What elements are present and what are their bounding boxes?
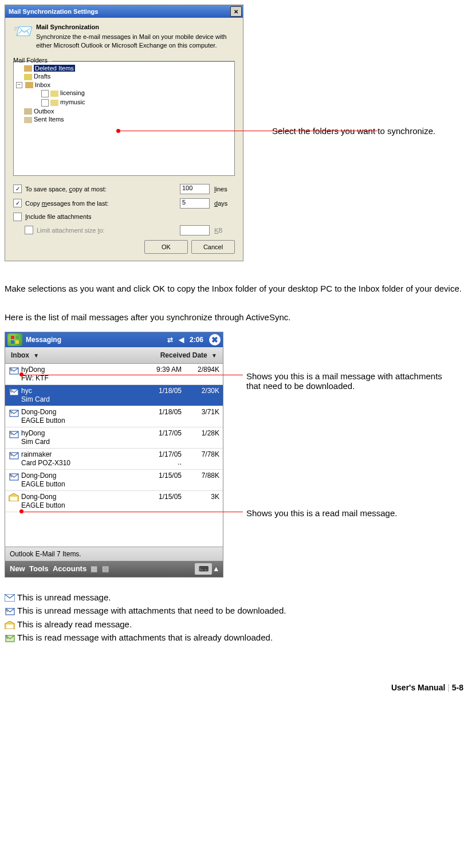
sender: hyDong [21, 429, 139, 438]
close-icon[interactable]: ✕ [230, 6, 242, 17]
checkbox-limit-size [25, 226, 33, 234]
menu-new[interactable]: New [10, 564, 25, 573]
device-screenshot: Messaging ⇄ ◀ 2:06 ✖ Inbox ▼ Received Da… [5, 332, 223, 578]
sender: Dong-Dong [21, 408, 139, 417]
toolbar-icon-2[interactable]: ▤ [102, 564, 109, 573]
message-icon [9, 493, 21, 510]
subject: EAGLE button [21, 417, 139, 425]
tree-item-drafts[interactable]: Drafts [16, 72, 232, 81]
subject: Sim Card [21, 438, 139, 446]
tree-item-sent[interactable]: Sent Items [16, 115, 232, 124]
callout-attachment: Shows you this is a mail message with at… [246, 370, 458, 391]
svg-rect-1 [15, 336, 19, 339]
message-icon [9, 472, 21, 489]
svg-rect-10 [10, 497, 17, 501]
sender: hyc [21, 387, 139, 395]
input-copy-days[interactable]: 5 [180, 198, 210, 209]
sender: rainmaker [21, 450, 139, 459]
checkbox-copy-days[interactable]: ✓ [13, 199, 22, 207]
callout-read: Shows you this is a read mail message. [246, 507, 397, 518]
keyboard-icon[interactable]: ⌨ [195, 563, 212, 575]
svg-rect-2 [11, 340, 14, 344]
clock-text[interactable]: 2:06 [190, 336, 203, 344]
app-title: Messaging [26, 336, 61, 344]
message-list: hyDongFW: KTF9:39 AM2/894KhycSim Card1/1… [5, 364, 223, 512]
inbox-dropdown[interactable]: Inbox ▼ [11, 351, 39, 359]
unread-attach-icon [5, 606, 17, 616]
device-status-text: Outlook E-Mail 7 Items. [5, 547, 223, 561]
folder-tree[interactable]: Deleted Items Drafts − Inbox licensing m… [13, 61, 235, 176]
message-icon [9, 450, 21, 468]
message-size: 3K [182, 493, 219, 510]
dialog-titlebar[interactable]: Mail Synchronization Settings ✕ [5, 5, 243, 18]
connectivity-icon[interactable]: ⇄ [167, 336, 173, 344]
sender: hyDong [21, 366, 139, 374]
message-date: 1/15/05 [139, 493, 182, 501]
tree-item-licensing[interactable]: licensing [16, 89, 232, 98]
tree-item-inbox[interactable]: − Inbox [16, 81, 232, 89]
svg-rect-3 [15, 340, 19, 344]
message-size: 7/78K [182, 450, 219, 468]
menu-accounts[interactable]: Accounts [53, 564, 86, 573]
read-attach-icon [5, 633, 17, 643]
message-row[interactable]: rainmakerCard POZ-X3101/17/05..7/78K [5, 449, 223, 470]
message-row[interactable]: Dong-DongEAGLE button1/15/057/88K [5, 470, 223, 491]
message-row[interactable]: Dong-DongEAGLE button1/18/053/71K [5, 406, 223, 427]
sender: Dong-Dong [21, 493, 139, 501]
legend-read-attach: This is read message with attachments th… [17, 633, 273, 642]
chevron-up-icon[interactable]: ▴ [214, 564, 218, 573]
svg-rect-0 [11, 336, 14, 339]
message-row[interactable]: hycSim Card1/18/052/30K [5, 385, 223, 406]
dialog-title: Mail Synchronization Settings [9, 8, 98, 15]
subject: Sim Card [21, 395, 139, 404]
tree-item-deleted[interactable]: Deleted Items [16, 64, 232, 73]
legend-read: This is already read message. [17, 619, 132, 629]
unit-lines: lines [214, 186, 235, 193]
svg-rect-13 [6, 625, 13, 629]
start-icon[interactable] [7, 333, 22, 346]
message-row[interactable]: Dong-DongEAGLE button1/15/053K [5, 491, 223, 512]
label-include-attach: Include file attachments [25, 213, 235, 220]
unit-kb: KB [214, 227, 235, 234]
paragraph-1: Make selections as you want and click OK… [5, 281, 463, 297]
tree-item-outbox[interactable]: Outbox [16, 107, 232, 116]
tree-item-mymusic[interactable]: mymusic [16, 98, 232, 107]
volume-icon[interactable]: ◀ [179, 336, 184, 344]
read-icon [5, 619, 17, 629]
message-date: 9:39 AM [139, 366, 182, 374]
input-copy-lines[interactable]: 100 [180, 184, 210, 194]
message-size: 3/71K [182, 408, 219, 425]
message-row[interactable]: hyDongSim Card1/17/051/28K [5, 427, 223, 449]
received-date-dropdown[interactable]: Received Date ▼ [160, 351, 217, 359]
mail-sync-dialog: Mail Synchronization Settings ✕ 📨 Mail S… [5, 5, 243, 261]
label-copy-lines: To save space, copy at most: [25, 186, 180, 193]
checkbox-include-attach[interactable] [13, 213, 22, 221]
label-limit-size: Limit attachment size to: [37, 227, 180, 234]
device-close-icon[interactable]: ✖ [209, 334, 221, 345]
input-limit-size [180, 225, 210, 235]
menu-tools[interactable]: Tools [29, 564, 49, 573]
unit-days: days [214, 200, 235, 207]
unread-icon [5, 592, 17, 602]
checkbox-copy-lines[interactable]: ✓ [13, 184, 22, 193]
message-size: 7/88K [182, 472, 219, 489]
page-footer: User's Manual | 5-8 [5, 683, 463, 692]
message-size: 2/30K [182, 387, 219, 404]
icon-legend: This is unread message. This is unread m… [5, 592, 463, 643]
message-date: 1/17/05 [139, 450, 182, 458]
subject: EAGLE button [21, 501, 139, 510]
label-copy-days: Copy messages from the last: [25, 200, 180, 207]
dialog-heading: Mail Synchronization [36, 23, 235, 30]
toolbar-icon-1[interactable]: ▦ [91, 564, 97, 573]
subject: Card POZ-X310 [21, 459, 139, 468]
message-date: 1/18/05 [139, 387, 182, 395]
cancel-button[interactable]: Cancel [191, 240, 235, 254]
legend-unread-attach: This is unread message with attachments … [17, 606, 286, 615]
ok-button[interactable]: OK [144, 240, 188, 254]
message-icon [9, 408, 21, 425]
message-date: 1/18/05 [139, 408, 182, 416]
message-icon [9, 387, 21, 404]
message-date: 1/15/05 [139, 472, 182, 480]
subject: EAGLE button [21, 480, 139, 489]
subject: FW: KTF [21, 374, 139, 383]
